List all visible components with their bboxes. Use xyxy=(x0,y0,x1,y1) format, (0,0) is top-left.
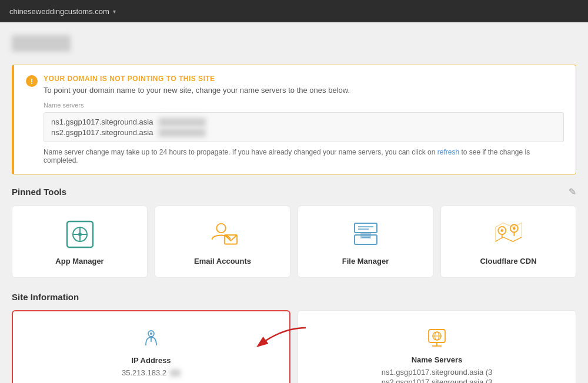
refresh-link[interactable]: refresh xyxy=(437,148,459,156)
app-manager-label: App Manager xyxy=(55,257,103,266)
nameservers-box: ns1.gsgp1017.siteground.asia ns2.gsgp101… xyxy=(44,112,564,142)
svg-rect-7 xyxy=(355,223,377,233)
svg-point-14 xyxy=(500,229,503,232)
site-info-grid: IP Address 35.213.183.2 xyxy=(12,310,576,383)
cloudflare-cdn-label: Cloudflare CDN xyxy=(480,257,536,266)
pinned-tools-title: Pinned Tools xyxy=(12,187,66,197)
domain-selector[interactable]: chineseweddingcustoms.com ▾ xyxy=(9,7,116,16)
site-logo-area xyxy=(12,32,576,55)
domain-label: chineseweddingcustoms.com xyxy=(9,7,109,16)
pinned-tools-header: Pinned Tools ✎ xyxy=(12,186,576,197)
top-bar: chineseweddingcustoms.com ▾ xyxy=(0,0,588,22)
ns2-text: ns2.gsgp1017.siteground.asia xyxy=(51,128,153,137)
ns1-blurred xyxy=(159,118,206,126)
tool-card-app-manager[interactable]: App Manager xyxy=(12,206,148,278)
tool-card-email-accounts[interactable]: Email Accounts xyxy=(155,206,290,278)
warning-title: YOUR DOMAIN IS NOT POINTING TO THIS SITE xyxy=(44,75,564,83)
warning-description: To point your domain name to your new si… xyxy=(44,86,564,95)
warning-banner: ! YOUR DOMAIN IS NOT POINTING TO THIS SI… xyxy=(12,65,576,174)
app-manager-icon xyxy=(64,218,96,251)
warning-icon: ! xyxy=(26,75,38,87)
site-info-section: IP Address 35.213.183.2 xyxy=(12,310,576,383)
site-logo xyxy=(12,35,71,52)
ns1-line: ns1.gsgp1017.siteground.asia xyxy=(51,117,556,126)
cloudflare-cdn-icon xyxy=(492,218,525,251)
name-servers-icon xyxy=(423,322,451,351)
site-info-title: Site Information xyxy=(12,292,79,302)
ip-blurred xyxy=(170,369,181,377)
svg-point-4 xyxy=(78,233,82,236)
name-servers-label: Name Servers xyxy=(412,355,463,364)
ip-address-card[interactable]: IP Address 35.213.183.2 xyxy=(12,310,290,383)
main-content: ! YOUR DOMAIN IS NOT POINTING TO THIS SI… xyxy=(0,22,588,383)
warning-header: ! YOUR DOMAIN IS NOT POINTING TO THIS SI… xyxy=(26,75,564,164)
ns2-blurred xyxy=(159,129,206,137)
edit-pinned-icon[interactable]: ✎ xyxy=(569,186,576,197)
ns2-line: ns2.gsgp1017.siteground.asia xyxy=(51,128,556,137)
ns1-text: ns1.gsgp1017.siteground.asia xyxy=(51,117,153,126)
file-manager-label: File Manager xyxy=(342,257,389,266)
name-servers-values: ns1.gsgp1017.siteground.asia (3 ns2.gsgp… xyxy=(382,368,493,383)
site-info-header: Site Information xyxy=(12,292,576,302)
tool-card-cloudflare-cdn[interactable]: Cloudflare CDN xyxy=(440,206,576,278)
svg-point-5 xyxy=(216,224,225,233)
tool-card-file-manager[interactable]: File Manager xyxy=(298,206,433,278)
chevron-down-icon: ▾ xyxy=(113,8,116,15)
ip-address-label: IP Address xyxy=(131,356,171,365)
email-accounts-label: Email Accounts xyxy=(194,257,251,266)
warning-content: YOUR DOMAIN IS NOT POINTING TO THIS SITE… xyxy=(44,75,564,164)
ip-address-icon xyxy=(137,323,165,351)
tools-grid: App Manager Email Accounts xyxy=(12,206,576,278)
ns2-value: ns2.gsgp1017.siteground.asia (3 xyxy=(382,378,493,383)
ns-label: Name servers xyxy=(44,102,564,109)
name-servers-card[interactable]: Name Servers ns1.gsgp1017.siteground.asi… xyxy=(298,310,576,383)
ip-address-value: 35.213.183.2 xyxy=(122,368,181,377)
warning-footer: Name server change may take up to 24 hou… xyxy=(44,148,564,164)
svg-point-19 xyxy=(150,332,152,335)
file-manager-icon xyxy=(349,218,382,251)
ns1-value: ns1.gsgp1017.siteground.asia (3 xyxy=(382,368,493,377)
email-accounts-icon xyxy=(206,218,239,251)
